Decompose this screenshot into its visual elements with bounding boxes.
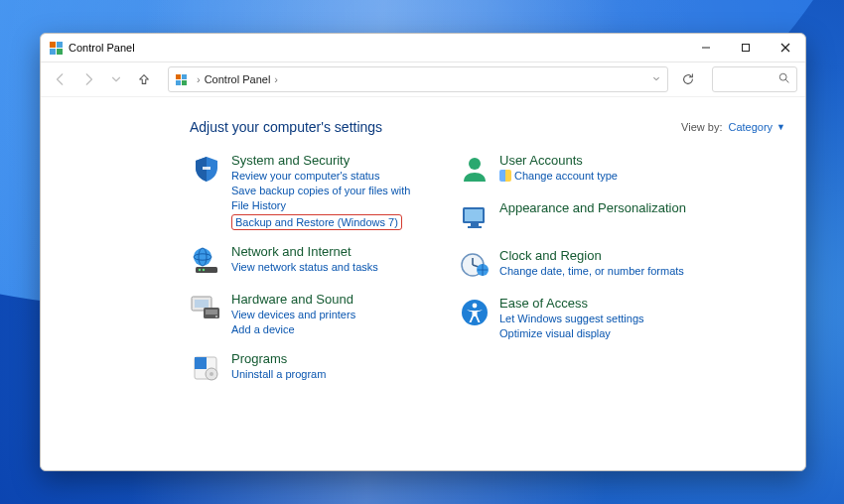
ease-of-access-icon bbox=[458, 296, 492, 329]
close-button[interactable] bbox=[766, 34, 805, 62]
right-column: User AccountsChange account typeAppearan… bbox=[458, 153, 696, 399]
category-title-programs[interactable]: Programs bbox=[231, 351, 326, 366]
user-accounts-icon bbox=[458, 153, 492, 187]
category-user-accounts: User AccountsChange account type bbox=[458, 153, 696, 187]
svg-point-12 bbox=[203, 269, 205, 271]
search-icon bbox=[777, 71, 790, 87]
appearance-and-personalization-icon bbox=[458, 200, 492, 234]
link-review-status[interactable]: Review your computer's status bbox=[231, 169, 428, 184]
left-column: System and SecurityReview your computer'… bbox=[190, 153, 428, 399]
search-box[interactable] bbox=[712, 66, 797, 92]
desktop-background: Control Panel bbox=[0, 0, 844, 504]
category-title-system-and-security[interactable]: System and Security bbox=[231, 153, 428, 168]
svg-rect-26 bbox=[468, 226, 482, 228]
svg-rect-19 bbox=[195, 357, 207, 369]
category-title-user-accounts[interactable]: User Accounts bbox=[499, 153, 618, 168]
svg-point-21 bbox=[210, 372, 213, 376]
category-appearance-and-personalization: Appearance and Personalization bbox=[458, 200, 696, 234]
category-programs: ProgramsUninstall a program bbox=[190, 351, 428, 385]
svg-rect-16 bbox=[206, 310, 217, 315]
category-title-clock-and-region[interactable]: Clock and Region bbox=[499, 248, 684, 263]
svg-rect-6 bbox=[203, 167, 211, 170]
window-title: Control Panel bbox=[69, 42, 135, 54]
category-ease-of-access: Ease of AccessLet Windows suggest settin… bbox=[458, 296, 696, 341]
chevron-right-icon: › bbox=[197, 73, 201, 85]
view-by-value: Category bbox=[728, 121, 773, 133]
category-columns: System and SecurityReview your computer'… bbox=[190, 153, 785, 399]
forward-button[interactable] bbox=[76, 67, 100, 91]
control-panel-window: Control Panel bbox=[40, 33, 806, 471]
minimize-button[interactable] bbox=[686, 34, 726, 62]
link-backup-restore-win7[interactable]: Backup and Restore (Windows 7) bbox=[231, 214, 402, 230]
svg-point-22 bbox=[469, 158, 481, 170]
page-heading: Adjust your computer's settings bbox=[190, 119, 382, 135]
category-title-network-and-internet[interactable]: Network and Internet bbox=[231, 244, 378, 259]
nav-row: › Control Panel › bbox=[41, 63, 805, 97]
network-and-internet-icon bbox=[190, 244, 223, 278]
programs-icon bbox=[190, 351, 223, 385]
breadcrumb-cp-icon bbox=[175, 73, 187, 85]
link-date-time-formats[interactable]: Change date, time, or number formats bbox=[499, 264, 684, 279]
refresh-button[interactable] bbox=[676, 67, 700, 91]
category-network-and-internet: Network and InternetView network status … bbox=[190, 244, 428, 278]
system-and-security-icon bbox=[190, 153, 223, 187]
link-optimize-visual[interactable]: Optimize visual display bbox=[499, 326, 644, 341]
svg-point-7 bbox=[194, 248, 211, 266]
svg-rect-24 bbox=[465, 209, 483, 221]
back-button[interactable] bbox=[49, 67, 72, 91]
view-by-label: View by: bbox=[681, 121, 722, 133]
uac-shield-icon bbox=[499, 170, 511, 182]
category-title-appearance-and-personalization[interactable]: Appearance and Personalization bbox=[499, 200, 686, 215]
hardware-and-sound-icon bbox=[190, 292, 223, 325]
link-add-device[interactable]: Add a device bbox=[231, 322, 355, 337]
link-file-history[interactable]: Save backup copies of your files with Fi… bbox=[231, 184, 428, 213]
link-uninstall-program[interactable]: Uninstall a program bbox=[231, 367, 326, 382]
category-title-ease-of-access[interactable]: Ease of Access bbox=[499, 296, 644, 311]
svg-rect-1 bbox=[743, 45, 750, 52]
category-system-and-security: System and SecurityReview your computer'… bbox=[190, 153, 428, 230]
clock-and-region-icon bbox=[458, 248, 492, 282]
link-devices-printers[interactable]: View devices and printers bbox=[231, 308, 355, 322]
svg-line-5 bbox=[785, 79, 788, 82]
category-hardware-and-sound: Hardware and SoundView devices and print… bbox=[190, 292, 428, 337]
window-controls bbox=[686, 34, 805, 62]
up-button[interactable] bbox=[132, 67, 156, 91]
titlebar: Control Panel bbox=[41, 34, 805, 63]
breadcrumb-root[interactable]: Control Panel bbox=[205, 73, 271, 85]
svg-rect-14 bbox=[195, 300, 209, 308]
svg-point-11 bbox=[199, 269, 201, 271]
svg-point-4 bbox=[779, 73, 786, 80]
svg-rect-25 bbox=[471, 223, 479, 226]
chevron-down-icon: ▼ bbox=[776, 122, 785, 132]
link-suggest-settings[interactable]: Let Windows suggest settings bbox=[499, 312, 644, 326]
recent-locations-button[interactable] bbox=[104, 67, 128, 91]
control-panel-icon bbox=[49, 41, 63, 55]
content-area: Adjust your computer's settings View by:… bbox=[41, 97, 805, 470]
svg-point-32 bbox=[473, 304, 478, 309]
link-network-status[interactable]: View network status and tasks bbox=[231, 260, 378, 275]
category-clock-and-region: Clock and RegionChange date, time, or nu… bbox=[458, 248, 696, 282]
category-title-hardware-and-sound[interactable]: Hardware and Sound bbox=[231, 292, 355, 307]
svg-point-17 bbox=[215, 315, 217, 317]
link-change-account-type[interactable]: Change account type bbox=[499, 169, 618, 184]
maximize-button[interactable] bbox=[726, 34, 766, 62]
chevron-right-icon: › bbox=[274, 73, 278, 85]
address-dropdown-icon[interactable] bbox=[651, 73, 661, 85]
view-by-dropdown[interactable]: Category ▼ bbox=[728, 121, 785, 133]
view-by: View by: Category ▼ bbox=[681, 121, 785, 133]
address-bar[interactable]: › Control Panel › bbox=[168, 66, 668, 92]
